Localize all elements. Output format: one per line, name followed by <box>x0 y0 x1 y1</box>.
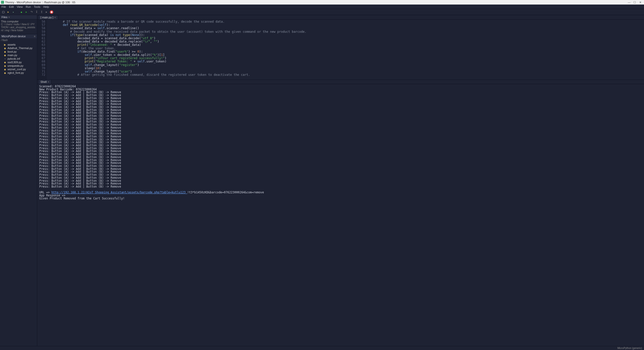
editor-tab-main-py[interactable]: [ main.py ] × <box>38 15 58 19</box>
open-file-button[interactable]: ▸ <box>7 10 10 14</box>
tree-file[interactable]: ◆boot.py <box>1 50 36 53</box>
stop-button[interactable] <box>50 10 53 14</box>
menu-file[interactable]: File <box>2 5 6 8</box>
debug-button[interactable]: ▸ <box>25 10 28 14</box>
status-bar: MicroPython (generic) <box>0 346 644 350</box>
tree-folder[interactable]: ▶assets <box>1 43 36 46</box>
window-titlebar: Thonny - MicroPython device :: /flash/ma… <box>0 0 644 5</box>
device-path[interactable]: / flash <box>1 39 36 42</box>
tree-file[interactable]: ▫pybcdc.inf <box>1 57 36 60</box>
python-file-icon: ◆ <box>4 61 7 64</box>
tree-file[interactable]: ◆urequests.py <box>1 64 36 67</box>
step-over-button[interactable]: ↷ <box>30 10 33 14</box>
window-title: Thonny - MicroPython device :: /flash/ma… <box>5 1 75 4</box>
menu-tools[interactable]: Tools <box>34 5 41 8</box>
python-file-icon: ◆ <box>4 68 7 71</box>
python-file-icon: ◆ <box>4 47 7 50</box>
step-into-button[interactable]: ↧ <box>35 10 38 14</box>
editor-tab-label: [ main.py ] <box>41 16 53 19</box>
backend-label[interactable]: MicroPython (generic) <box>617 347 642 349</box>
tree-item-label: ssd1309.py <box>8 61 22 64</box>
python-file-icon: ◆ <box>4 64 7 67</box>
close-icon[interactable]: × <box>54 16 56 19</box>
tree-item-label: xglcd_font.py <box>8 71 24 74</box>
shell-url-link[interactable]: http://192.168.1.22/AIoT Shopping Assist… <box>51 191 187 194</box>
resume-button[interactable]: ▸ <box>45 10 48 14</box>
menu-view[interactable]: View <box>17 5 23 8</box>
python-file-icon: ◆ <box>4 72 7 74</box>
tree-item-label: urequests.py <box>8 64 23 67</box>
python-file-icon: ◆ <box>4 54 7 57</box>
menu-run[interactable]: Run <box>26 5 31 8</box>
tree-file[interactable]: ◆wiznet_conf.py <box>1 67 36 71</box>
tree-item-label: assets <box>8 43 16 46</box>
tree-item-label: main.py <box>8 54 17 57</box>
close-icon[interactable]: × <box>8 16 10 19</box>
folder-icon: ▶ <box>4 43 7 46</box>
shell-tab-label: Shell <box>41 80 47 83</box>
app-icon <box>1 1 4 4</box>
shell-output[interactable]: Scanned: 076223000264 New Product Barcod… <box>37 84 644 346</box>
menu-bar: File Edit View Run Tools Help <box>0 5 644 9</box>
line-number-gutter: 56 57 58 59 60 61 62 63 64 65 66 67 68 6… <box>37 20 47 80</box>
tree-file[interactable]: ◆Adafruit_Thermal.py <box>1 46 36 50</box>
code-editor[interactable]: 56 57 58 59 60 61 62 63 64 65 66 67 68 6… <box>37 20 644 80</box>
shell-tab-bar: Shell × <box>37 80 644 84</box>
device-panel: MicroPython device ≡ / flash ▶assets◆Ada… <box>0 34 37 75</box>
tree-item-label: wiznet_conf.py <box>8 68 26 71</box>
this-computer-path[interactable]: C: \ Users \ kutlu \ New E \ PYTHON \ ai… <box>1 23 36 32</box>
run-button[interactable]: ● <box>20 10 23 14</box>
save-file-button[interactable]: ▪ <box>12 10 15 14</box>
step-out-button[interactable]: ↥ <box>40 10 43 14</box>
new-file-button[interactable]: ▢ <box>2 10 5 14</box>
editor-tab-bar: [ main.py ] × <box>37 15 644 20</box>
window-close-button[interactable]: ✕ <box>637 1 643 4</box>
python-file-icon: ◆ <box>4 50 7 53</box>
sidebar: Files × This computer C: \ Users \ kutlu… <box>0 15 37 346</box>
device-menu-button[interactable]: ≡ <box>34 35 35 38</box>
files-tab-label: Files <box>2 16 7 19</box>
files-panel-tab[interactable]: Files × <box>0 15 37 19</box>
window-minimize-button[interactable]: — <box>626 1 632 4</box>
close-icon[interactable]: × <box>48 81 49 83</box>
file-icon: ▫ <box>4 57 7 60</box>
menu-edit[interactable]: Edit <box>9 5 14 8</box>
device-label[interactable]: MicroPython device <box>2 35 26 38</box>
device-file-tree: ▶assets◆Adafruit_Thermal.py◆boot.py◆main… <box>0 42 37 75</box>
tree-file[interactable]: ◆main.py <box>1 53 36 57</box>
tree-file[interactable]: ◆xglcd_font.py <box>1 71 36 75</box>
this-computer-label[interactable]: This computer <box>1 20 36 23</box>
tree-item-label: pybcdc.inf <box>8 57 20 60</box>
toolbar: ▢ ▸ ▪ ● ▸ ↷ ↧ ↥ ▸ <box>0 9 644 15</box>
tree-item-label: boot.py <box>8 50 17 53</box>
tree-item-label: Adafruit_Thermal.py <box>8 47 32 50</box>
shell-tab[interactable]: Shell × <box>38 80 51 84</box>
menu-help[interactable]: Help <box>43 5 49 8</box>
tree-file[interactable]: ◆ssd1309.py <box>1 60 36 64</box>
window-maximize-button[interactable]: ☐ <box>632 1 637 4</box>
code-area[interactable]: # If the scanner module reads a barcode … <box>47 20 644 80</box>
this-computer-panel: This computer C: \ Users \ kutlu \ New E… <box>0 19 37 32</box>
